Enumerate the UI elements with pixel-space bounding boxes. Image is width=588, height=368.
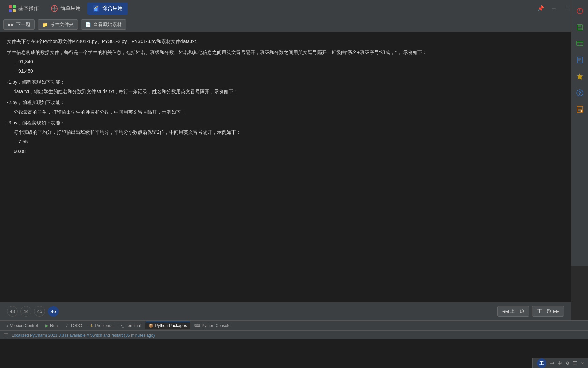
- packages-tab-label: Python Packages: [155, 323, 187, 328]
- svg-rect-15: [578, 25, 581, 27]
- chart-icon: [92, 4, 100, 13]
- tab-python-console[interactable]: ⌨ Python Console: [191, 322, 234, 329]
- desc-section: 学生信息构成的数据文件，每行是一个学生的相关信息，包括姓名、班级和分数。姓名和其…: [7, 48, 564, 75]
- layout-button[interactable]: 王: [573, 360, 577, 366]
- svg-rect-2: [9, 9, 12, 12]
- ide-tabs: ↕ Version Control ▶ Run ✓ TODO ⚠ Problem…: [0, 320, 588, 330]
- svg-rect-17: [577, 41, 583, 46]
- todo-icon: ✓: [65, 323, 69, 328]
- svg-rect-10: [95, 8, 97, 11]
- lang-zh-button[interactable]: 中: [550, 360, 554, 366]
- svg-rect-16: [578, 28, 582, 30]
- tab-problems[interactable]: ⚠ Problems: [86, 322, 116, 329]
- packages-icon: 📦: [149, 324, 153, 328]
- compass-icon: [50, 4, 58, 13]
- intro-text: 文件夹下存在3个Python源文件PY301-1.py、PY301-2.py、P…: [7, 38, 564, 46]
- student-folder-button[interactable]: 📁 考生文件夹: [38, 19, 78, 30]
- vc-icon: ↕: [6, 323, 8, 328]
- bottom-navigation: 43 44 45 46 ◀◀ 上一题 下一题 ▶▶: [0, 302, 571, 320]
- page-45[interactable]: 45: [34, 306, 45, 317]
- nav-arrows: ◀◀ 上一题 下一题 ▶▶: [497, 306, 564, 317]
- content-area: 文件夹下存在3个Python源文件PY301-1.py、PY301-2.py、P…: [7, 38, 564, 156]
- task1-desc: data.txt，输出学生的姓名和分数到文件studs.txt，每行一条记录，姓…: [7, 88, 564, 96]
- view-button[interactable]: [572, 36, 587, 51]
- tab-terminal[interactable]: >_ Terminal: [116, 322, 144, 329]
- next-question-button-bottom[interactable]: 下一题 ▶▶: [532, 306, 564, 317]
- status-message: Localized PyCharm 2021.3.3 is available …: [12, 333, 155, 338]
- todo-tab-label: TODO: [70, 323, 82, 328]
- toolbar-left: ▶▶ 下一题 📁 考生文件夹 📄 查看原始素材: [3, 19, 126, 30]
- vc-tab-label: Version Control: [10, 323, 38, 328]
- pinyin-button[interactable]: 中: [558, 360, 562, 366]
- ide-content-area: [0, 339, 588, 368]
- tab-python-packages[interactable]: 📦 Python Packages: [145, 322, 190, 329]
- svg-rect-9: [94, 9, 95, 11]
- terminal-tab-label: Terminal: [126, 323, 141, 328]
- problems-tab-label: Problems: [95, 323, 113, 328]
- nav-basic-operations[interactable]: 基本操作: [3, 2, 44, 15]
- taskbar-close-icon[interactable]: ×: [581, 360, 584, 366]
- tab-run[interactable]: ▶ Run: [42, 322, 61, 329]
- next-arrow-icon: ▶▶: [553, 309, 559, 314]
- bottom-right-status: 王 中 中 ⚙ 王 ×: [532, 358, 588, 368]
- next-btn-label-bottom: 下一题: [537, 308, 552, 314]
- power-button[interactable]: [572, 3, 587, 18]
- prev-question-button[interactable]: ◀◀ 上一题: [497, 306, 529, 317]
- desc1-text: 学生信息构成的数据文件，每行是一个学生的相关信息，包括姓名、班级和分数。姓名和其…: [7, 48, 564, 57]
- task1-header: -1.py，编程实现如下功能：: [7, 78, 564, 86]
- example3-line2: 60.08: [7, 147, 564, 156]
- folder-icon: 📁: [42, 22, 48, 27]
- source-icon: 📄: [85, 22, 91, 27]
- user-icon[interactable]: 王: [537, 358, 546, 368]
- nav-complex-app[interactable]: 综合应用: [87, 2, 128, 15]
- prev-arrow-icon: ◀◀: [502, 309, 509, 314]
- page-46[interactable]: 46: [48, 306, 59, 317]
- next-arrows-icon: ▶▶: [8, 22, 14, 27]
- second-toolbar: ▶▶ 下一题 📁 考生文件夹 📄 查看原始素材 退出: [0, 17, 588, 32]
- run-tab-label: Run: [50, 323, 58, 328]
- task2-section: -2.py，编程实现如下功能： 分数最高的学生，打印输出学生的姓名和分数，中间用…: [7, 99, 564, 116]
- notes-button[interactable]: [572, 102, 587, 117]
- book-button[interactable]: [572, 53, 587, 68]
- pin-button[interactable]: 📌: [535, 3, 546, 14]
- task3-header: -3.py，编程实现如下功能：: [7, 119, 564, 127]
- problems-icon: ⚠: [90, 323, 93, 328]
- checkbox-icon: [4, 333, 8, 337]
- ide-bottom: ↕ Version Control ▶ Run ✓ TODO ⚠ Problem…: [0, 320, 588, 368]
- svg-rect-11: [97, 6, 98, 11]
- console-tab-label: Python Console: [202, 323, 231, 328]
- intro-section: 文件夹下存在3个Python源文件PY301-1.py、PY301-2.py、P…: [7, 38, 564, 46]
- star-button[interactable]: [572, 69, 587, 84]
- folder-btn-label: 考生文件夹: [50, 22, 74, 28]
- nav-basic-label: 基本操作: [18, 5, 39, 12]
- page-43[interactable]: 43: [7, 306, 18, 317]
- tab-todo[interactable]: ✓ TODO: [62, 322, 85, 329]
- save-button[interactable]: [572, 20, 587, 35]
- task1-section: -1.py，编程实现如下功能： data.txt，输出学生的姓名和分数到文件st…: [7, 78, 564, 96]
- grid-icon: [8, 4, 16, 13]
- nav-complex-label: 综合应用: [102, 5, 123, 12]
- next-question-button[interactable]: ▶▶ 下一题: [3, 19, 35, 30]
- help-button[interactable]: ?: [572, 85, 587, 100]
- prev-btn-label: 上一题: [510, 308, 524, 314]
- console-icon: ⌨: [194, 323, 200, 328]
- task2-header: -2.py，编程实现如下功能：: [7, 99, 564, 107]
- nav-simple-app[interactable]: 简单应用: [45, 2, 86, 15]
- svg-text:?: ?: [578, 90, 581, 96]
- next-btn-label: 下一题: [16, 22, 30, 28]
- tab-version-control[interactable]: ↕ Version Control: [3, 322, 41, 329]
- top-navigation: 基本操作 简单应用: [0, 0, 588, 17]
- nav-buttons: 基本操作 简单应用: [3, 2, 128, 15]
- page-44[interactable]: 44: [20, 306, 31, 317]
- view-source-button[interactable]: 📄 查看原始素材: [81, 19, 126, 30]
- task3-desc: 每个班级的平均分，打印输出出班级和平均分，平均分小数点后保留2位，中间用英文冒号…: [7, 128, 564, 137]
- task2-desc: 分数最高的学生，打印输出学生的姓名和分数，中间用英文冒号隔开，示例如下：: [7, 108, 564, 116]
- example1-line2: ，91,450: [7, 67, 564, 75]
- settings-icon[interactable]: ⚙: [565, 360, 570, 366]
- task3-section: -3.py，编程实现如下功能： 每个班级的平均分，打印输出出班级和平均分，平均分…: [7, 119, 564, 155]
- example3-line1: ，7.55: [7, 138, 564, 146]
- minimize-button[interactable]: ─: [548, 3, 559, 14]
- nav-simple-label: 简单应用: [60, 5, 81, 12]
- ide-status-bar: Localized PyCharm 2021.3.3 is available …: [0, 330, 588, 339]
- maximize-button[interactable]: □: [561, 3, 572, 14]
